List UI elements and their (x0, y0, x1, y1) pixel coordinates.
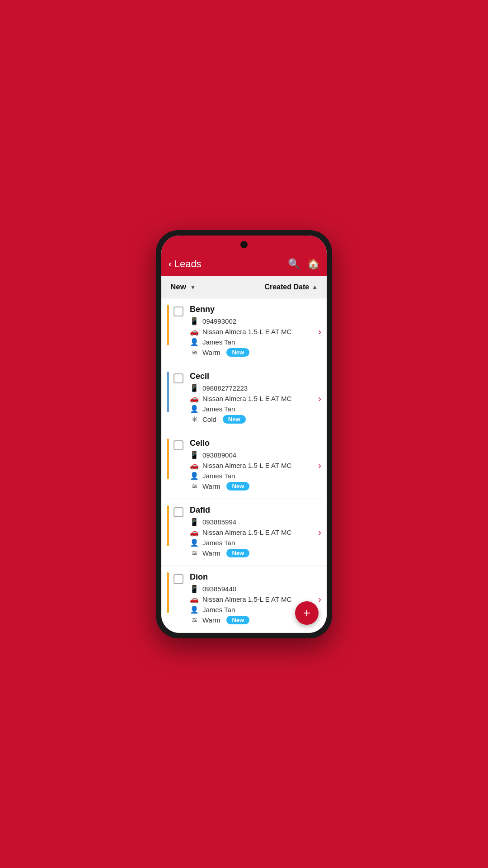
arrow-dion: › (318, 594, 321, 604)
arrow-dafid: › (318, 527, 321, 538)
sort-arrow-icon: ▲ (312, 283, 318, 290)
details-dafid: Dafid 📱 093885994 🚗 Nissan Almera 1.5-L … (190, 505, 314, 559)
temp-icon-cecil: ✳ (190, 415, 199, 424)
sort-button[interactable]: Created Date ▲ (264, 283, 318, 291)
car-icon-benny: 🚗 (190, 327, 199, 336)
agent-row-dafid: 👤 James Tan (190, 538, 314, 547)
status-filter-label: New (170, 283, 186, 292)
search-icon[interactable]: 🔍 (288, 258, 300, 270)
temp-benny: Warm (202, 349, 220, 356)
phone-icon-cecil: 📱 (190, 384, 199, 392)
phone-row-dafid: 📱 093885994 (190, 518, 314, 526)
car-dion: Nissan Almera 1.5-L E AT MC (202, 595, 291, 603)
filter-left[interactable]: New ▼ (170, 283, 196, 292)
phone-icon-cello: 📱 (190, 451, 199, 459)
phone-benny: 094993002 (202, 317, 236, 325)
status-badge-cello: New (226, 482, 249, 491)
lead-item-cecil[interactable]: Cecil 📱 098882772223 🚗 Nissan Almera 1.5… (161, 365, 327, 432)
temp-icon-dion: ≋ (190, 616, 199, 624)
car-row-cello: 🚗 Nissan Almera 1.5-L E AT MC (190, 461, 314, 470)
agent-icon-dafid: 👤 (190, 538, 199, 547)
sort-label-text: Created Date (264, 283, 309, 291)
temp-icon-dafid: ≋ (190, 549, 199, 557)
checkbox-dafid[interactable] (174, 507, 183, 517)
top-bar-left: ‹ Leads (169, 258, 202, 270)
agent-icon-dion: 👤 (190, 605, 199, 614)
leads-list: Benny 📱 094993002 🚗 Nissan Almera 1.5-L … (161, 298, 327, 633)
accent-cello (167, 439, 169, 479)
car-icon-cecil: 🚗 (190, 394, 199, 403)
details-benny: Benny 📱 094993002 🚗 Nissan Almera 1.5-L … (190, 305, 314, 359)
phone-icon-dafid: 📱 (190, 518, 199, 526)
arrow-cecil: › (318, 393, 321, 404)
car-row-benny: 🚗 Nissan Almera 1.5-L E AT MC (190, 327, 314, 336)
temp-dion: Warm (202, 616, 220, 624)
checkbox-cello[interactable] (174, 440, 183, 450)
name-dion: Dion (190, 572, 314, 582)
status-badge-dafid: New (226, 549, 249, 557)
agent-icon-benny: 👤 (190, 338, 199, 346)
lead-item-benny[interactable]: Benny 📱 094993002 🚗 Nissan Almera 1.5-L … (161, 298, 327, 365)
lead-item-cello[interactable]: Cello 📱 093889004 🚗 Nissan Almera 1.5-L … (161, 432, 327, 499)
car-icon-dion: 🚗 (190, 595, 199, 604)
phone-row-cello: 📱 093889004 (190, 451, 314, 459)
agent-dafid: James Tan (202, 539, 235, 547)
car-icon-dafid: 🚗 (190, 528, 199, 537)
phone-row-dion: 📱 093859440 (190, 585, 314, 593)
details-cello: Cello 📱 093889004 🚗 Nissan Almera 1.5-L … (190, 439, 314, 492)
temp-cecil: Cold (202, 415, 216, 423)
phone-cello: 093889004 (202, 451, 236, 459)
phone-dafid: 093885994 (202, 518, 236, 526)
dropdown-arrow-icon: ▼ (190, 283, 196, 291)
page-title: Leads (174, 258, 202, 270)
agent-benny: James Tan (202, 338, 235, 346)
phone-icon-dion: 📱 (190, 585, 199, 593)
status-badge-cecil: New (223, 415, 246, 424)
car-cello: Nissan Almera 1.5-L E AT MC (202, 462, 291, 469)
phone-frame: ‹ Leads 🔍 🏠 New ▼ Created Date ▲ (156, 230, 332, 638)
accent-dion (167, 572, 169, 613)
agent-icon-cello: 👤 (190, 472, 199, 480)
car-cecil: Nissan Almera 1.5-L E AT MC (202, 395, 291, 402)
top-bar-right: 🔍 🏠 (288, 258, 319, 270)
checkbox-benny[interactable] (174, 307, 183, 316)
status-row-benny: ≋ Warm New (190, 348, 314, 357)
car-row-cecil: 🚗 Nissan Almera 1.5-L E AT MC (190, 394, 314, 403)
temp-cello: Warm (202, 482, 220, 490)
accent-dafid (167, 505, 169, 546)
car-icon-cello: 🚗 (190, 461, 199, 470)
temp-dafid: Warm (202, 549, 220, 557)
checkbox-cecil[interactable] (174, 373, 183, 383)
status-row-dafid: ≋ Warm New (190, 549, 314, 557)
lead-item-dafid[interactable]: Dafid 📱 093885994 🚗 Nissan Almera 1.5-L … (161, 499, 327, 566)
status-row-cello: ≋ Warm New (190, 482, 314, 491)
car-row-dion: 🚗 Nissan Almera 1.5-L E AT MC (190, 595, 314, 604)
agent-row-cello: 👤 James Tan (190, 472, 314, 480)
add-icon: + (303, 606, 310, 620)
car-benny: Nissan Almera 1.5-L E AT MC (202, 328, 291, 335)
camera-notch (240, 241, 248, 248)
car-row-dafid: 🚗 Nissan Almera 1.5-L E AT MC (190, 528, 314, 537)
status-badge-dion: New (226, 616, 249, 624)
phone-row-benny: 📱 094993002 (190, 317, 314, 326)
back-button[interactable]: ‹ (169, 259, 172, 269)
phone-screen: ‹ Leads 🔍 🏠 New ▼ Created Date ▲ (161, 236, 327, 633)
home-icon[interactable]: 🏠 (307, 258, 319, 270)
top-bar: ‹ Leads 🔍 🏠 (161, 254, 327, 276)
accent-cecil (167, 372, 169, 412)
name-dafid: Dafid (190, 505, 314, 515)
agent-dion: James Tan (202, 606, 235, 613)
name-cello: Cello (190, 439, 314, 448)
checkbox-dion[interactable] (174, 574, 183, 584)
status-badge-benny: New (226, 348, 249, 357)
agent-row-cecil: 👤 James Tan (190, 405, 314, 413)
temp-icon-benny: ≋ (190, 348, 199, 357)
agent-cecil: James Tan (202, 405, 235, 413)
name-cecil: Cecil (190, 372, 314, 381)
car-dafid: Nissan Almera 1.5-L E AT MC (202, 528, 291, 536)
add-lead-button[interactable]: + (295, 601, 319, 625)
phone-cecil: 098882772223 (202, 384, 248, 392)
arrow-benny: › (318, 326, 321, 337)
arrow-cello: › (318, 460, 321, 471)
agent-icon-cecil: 👤 (190, 405, 199, 413)
